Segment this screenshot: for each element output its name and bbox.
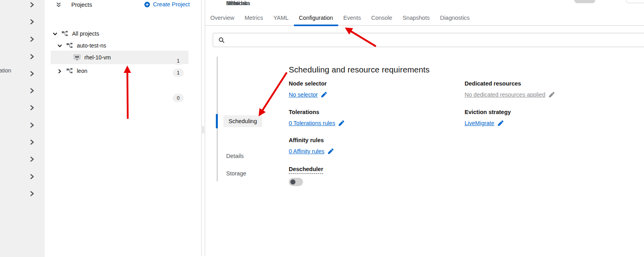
caret-down-icon[interactable] [53,31,57,36]
field-label: Tolerations [289,109,455,115]
collapse-all-icon[interactable] [55,2,62,8]
project-icon [61,31,68,36]
create-project-button[interactable]: Create Project [144,1,190,8]
nav-expand-chevron-icon[interactable] [29,105,35,111]
field-label: Dedicated resources [465,80,631,87]
subnav-item-details[interactable]: Details [226,153,244,159]
dedicated-resources-value-disabled: No dedicated resources applied [465,91,545,98]
tab-overview[interactable]: Overview [205,11,239,26]
projects-panel: Projects Create Project All projects aut… [45,0,201,257]
tab-label: Console [371,15,392,21]
pencil-edit-icon[interactable] [328,148,333,154]
nav-expand-chevron-icon[interactable] [29,139,35,145]
panel-splitter[interactable] [201,0,205,256]
field-label: Affinity rules [289,137,455,143]
nav-expand-chevron-icon[interactable] [29,190,35,197]
tab-metrics[interactable]: Metrics [239,11,268,26]
pencil-edit-icon[interactable] [339,120,344,126]
tree-row-leon[interactable]: leon [57,66,87,76]
tab-yaml[interactable]: YAML [268,11,293,26]
descheduler-help-label[interactable]: Descheduler [289,166,323,174]
eviction-strategy-edit-link[interactable]: LiveMigrate [465,120,494,126]
tree-row-all-projects[interactable]: All projects [53,29,99,39]
section-title: Scheduling and resource requirements [289,65,430,74]
field-eviction-strategy: Eviction strategy LiveMigrate [465,109,631,126]
nav-expand-chevron-icon[interactable] [29,173,35,180]
create-project-label: Create Project [153,1,190,8]
subnav-active-indicator [216,114,218,128]
tab-label: Metrics [244,15,263,21]
nav-expand-chevron-icon[interactable] [29,70,35,77]
field-label: Eviction strategy [465,109,631,115]
tab-label: Diagnostics [440,15,470,21]
search-input[interactable] [228,33,644,47]
tab-diagnostics[interactable]: Diagnostics [435,11,475,26]
tab-console[interactable]: Console [366,11,397,26]
caret-right-icon[interactable] [57,69,62,73]
field-label: Node selector [289,80,455,87]
pencil-edit-icon[interactable] [498,120,503,126]
project-icon [66,43,73,48]
nav-expand-chevron-icon[interactable] [29,19,35,25]
nav-expand-chevron-icon[interactable] [29,53,35,60]
tab-label: Overview [210,15,234,21]
tree-row-label: leon [77,68,87,74]
tab-label: Snapshots [402,15,430,21]
tree-row-rhel-10-vm-selected[interactable]: rhel-10-vm [51,51,189,64]
tab-label: Configuration [299,15,333,21]
tree-row-label: All projects [72,30,99,37]
subnav-item-scheduling-active[interactable]: Scheduling [223,115,262,127]
search-icon [219,37,225,43]
vm-tab-bar: Overview Metrics YAML Configuration Even… [205,11,644,26]
tab-snapshots[interactable]: Snapshots [397,11,435,26]
splitter-grip-icon [202,126,204,133]
pencil-edit-icon-disabled[interactable] [549,92,554,97]
projects-toolbar: Projects Create Project [45,0,201,12]
count-badge: 1 [173,69,184,77]
field-descheduler: Descheduler [289,166,455,186]
vm-detail-main: Overview Metrics YAML Configuration Even… [205,0,644,257]
tree-row-auto-test-ns[interactable]: auto-test-ns [57,40,106,51]
nav-expand-chevron-icon[interactable] [29,88,35,94]
node-selector-edit-link[interactable]: No selector [289,91,318,98]
field-tolerations: Tolerations 0 Tolerations rules [289,109,455,126]
partial-toolbar-button[interactable] [574,0,595,3]
affinity-rules-edit-link[interactable]: 0 Affinity rules [289,148,324,154]
partial-outline-button[interactable] [626,0,644,3]
pencil-edit-icon[interactable] [321,92,327,97]
count-badge: 1 [173,57,184,65]
nav-expand-chevron-icon[interactable] [29,156,35,162]
descheduler-toggle-off[interactable] [289,178,303,186]
tab-configuration-active[interactable]: Configuration [294,11,338,26]
truncated-nav-label: ation [0,67,11,74]
nav-expand-chevron-icon[interactable] [29,36,35,42]
app-canvas: ation Projects Create Project All projec… [0,0,644,257]
nav-expand-chevron-icon[interactable] [29,2,35,8]
plus-circle-icon [144,2,150,8]
field-dedicated-resources: Dedicated resources No dedicated resourc… [465,80,631,98]
configuration-search [213,33,644,47]
toggle-knob [290,179,295,185]
tolerations-edit-link[interactable]: 0 Tolerations rules [289,120,335,126]
left-nav-rail: ation [0,0,45,257]
tree-row-label: auto-test-ns [77,42,106,49]
tab-label: Events [343,15,361,21]
tab-events[interactable]: Events [338,11,366,26]
projects-panel-title: Projects [71,2,92,8]
virtual-machine-icon [74,55,80,60]
caret-down-icon[interactable] [57,43,62,48]
tree-row-label: rhel-10-vm [84,54,111,61]
count-badge: 0 [173,94,184,102]
subnav-item-metadata[interactable]: Metadata [226,0,250,6]
nav-expand-chevron-icon[interactable] [29,122,35,128]
field-node-selector: Node selector No selector [289,80,455,98]
tab-label: YAML [273,15,288,21]
subnav-item-storage[interactable]: Storage [226,170,246,177]
project-icon [66,68,73,74]
field-affinity-rules: Affinity rules 0 Affinity rules [289,137,455,154]
